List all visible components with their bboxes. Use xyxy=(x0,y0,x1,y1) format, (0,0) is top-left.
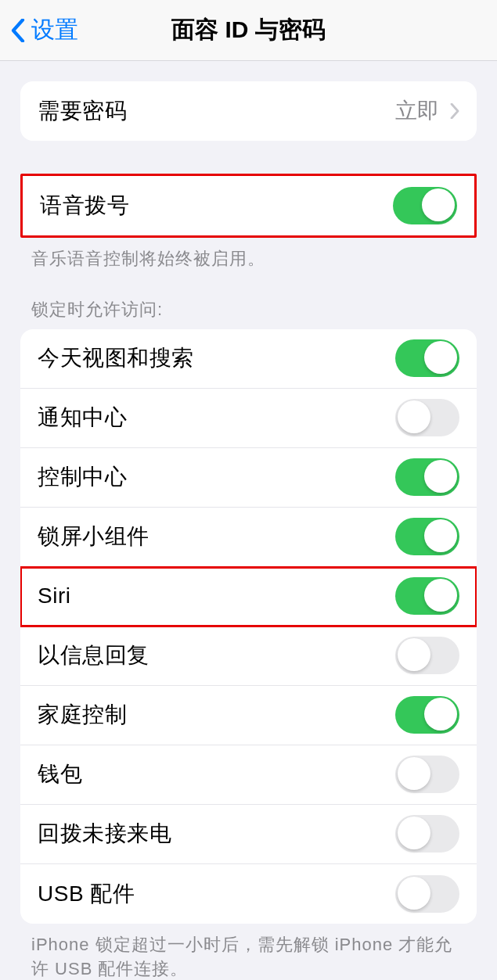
locked-row: 控制中心 xyxy=(20,448,477,508)
require-passcode-row[interactable]: 需要密码 立即 xyxy=(20,81,477,141)
toggle-knob xyxy=(422,188,455,221)
locked-row-label: 回拨未接来电 xyxy=(38,819,171,849)
voice-dial-toggle[interactable] xyxy=(393,187,457,224)
toggle-knob xyxy=(424,698,457,731)
locked-row-toggle[interactable] xyxy=(395,696,459,734)
locked-row-toggle[interactable] xyxy=(395,458,459,496)
locked-row-toggle[interactable] xyxy=(395,518,459,555)
locked-row: 家庭控制 xyxy=(20,686,477,745)
locked-row: USB 配件 xyxy=(20,864,477,924)
locked-row: 以信息回复 xyxy=(20,626,477,686)
locked-row-toggle[interactable] xyxy=(395,577,459,615)
locked-row-label: USB 配件 xyxy=(38,879,135,909)
locked-row-label: 今天视图和搜索 xyxy=(38,343,194,373)
voice-dial-group: 语音拨号 xyxy=(20,174,477,238)
locked-row-toggle[interactable] xyxy=(395,756,459,793)
require-passcode-value: 立即 xyxy=(395,96,459,126)
nav-header: 设置 面容 ID 与密码 xyxy=(0,0,497,61)
voice-dial-label: 语音拨号 xyxy=(40,191,129,221)
locked-row-toggle[interactable] xyxy=(395,339,459,377)
locked-row: Siri xyxy=(20,567,477,626)
voice-dial-footer: 音乐语音控制将始终被启用。 xyxy=(0,238,497,271)
locked-row: 回拨未接来电 xyxy=(20,805,477,864)
locked-row-label: Siri xyxy=(38,583,70,608)
locked-row-label: 家庭控制 xyxy=(38,700,127,730)
locked-row: 锁屏小组件 xyxy=(20,508,477,567)
chevron-left-icon xyxy=(11,19,25,42)
locked-row: 钱包 xyxy=(20,745,477,805)
locked-row-label: 控制中心 xyxy=(38,462,127,492)
toggle-knob xyxy=(398,817,430,849)
locked-section-header: 锁定时允许访问: xyxy=(0,271,497,329)
locked-row-label: 锁屏小组件 xyxy=(38,522,149,551)
locked-row-toggle[interactable] xyxy=(395,875,459,913)
toggle-knob xyxy=(398,877,430,910)
locked-footer: iPhone 锁定超过一小时后，需先解锁 iPhone 才能允许 USB 配件连… xyxy=(0,924,497,980)
locked-row-toggle[interactable] xyxy=(395,815,459,853)
chevron-right-icon xyxy=(450,103,459,119)
back-label: 设置 xyxy=(31,14,78,46)
toggle-knob xyxy=(424,341,457,374)
toggle-knob xyxy=(398,638,430,671)
back-button[interactable]: 设置 xyxy=(0,14,78,46)
locked-row-label: 通知中心 xyxy=(38,403,127,433)
locked-row-toggle[interactable] xyxy=(395,399,459,436)
locked-row-label: 以信息回复 xyxy=(38,641,149,670)
toggle-knob xyxy=(398,400,430,433)
toggle-knob xyxy=(424,460,457,493)
locked-row: 通知中心 xyxy=(20,389,477,448)
locked-row: 今天视图和搜索 xyxy=(20,329,477,389)
toggle-knob xyxy=(424,519,457,552)
require-passcode-label: 需要密码 xyxy=(38,96,127,126)
voice-dial-row: 语音拨号 xyxy=(23,176,474,235)
toggle-knob xyxy=(424,579,457,612)
require-passcode-group: 需要密码 立即 xyxy=(20,81,477,141)
locked-row-label: 钱包 xyxy=(38,759,82,789)
locked-access-group: 今天视图和搜索通知中心控制中心锁屏小组件Siri以信息回复家庭控制钱包回拨未接来… xyxy=(20,329,477,924)
toggle-knob xyxy=(398,757,430,790)
locked-row-toggle[interactable] xyxy=(395,637,459,674)
